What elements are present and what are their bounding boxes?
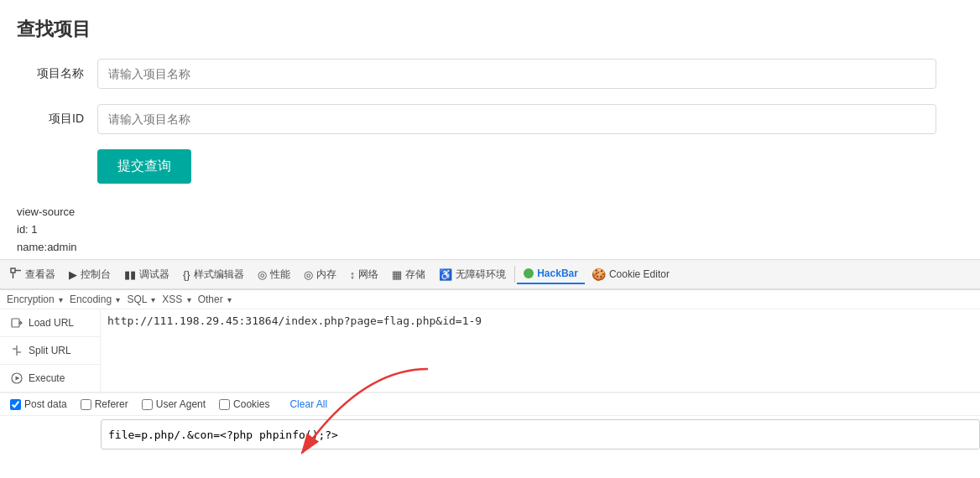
console-label: 控制台 [81, 268, 111, 282]
source-line1: view-source [17, 204, 963, 221]
hackbar-xss[interactable]: XSS ▾ [162, 294, 190, 305]
toolbar-divider [514, 266, 515, 283]
page-title: 查找项目 [17, 17, 946, 42]
style-editor-icon: {} [183, 268, 190, 281]
hackbar-dot [524, 268, 534, 278]
encryption-arrow: ▾ [59, 295, 63, 304]
encoding-arrow: ▾ [116, 295, 120, 304]
console-icon: ▶ [69, 268, 77, 281]
post-data-label: Post data [24, 398, 67, 410]
hackbar-sql[interactable]: SQL ▾ [127, 294, 155, 305]
devtools-console[interactable]: ▶ 控制台 [62, 264, 117, 285]
form-area: 查找项目 项目名称 项目ID 提交查询 [0, 0, 980, 200]
debugger-icon: ▮▮ [124, 268, 136, 281]
submit-button[interactable]: 提交查询 [97, 149, 191, 184]
execute-icon [10, 371, 23, 385]
referer-label: Referer [95, 398, 128, 410]
storage-label: 存储 [405, 268, 425, 282]
id-label: 项目ID [17, 112, 84, 127]
load-url-icon [10, 316, 23, 330]
svg-rect-3 [12, 319, 19, 327]
cookie-icon: 🍪 [592, 268, 606, 281]
style-editor-label: 样式编辑器 [194, 268, 244, 282]
accessibility-label: 无障碍环境 [456, 268, 506, 282]
devtools-style-editor[interactable]: {} 样式编辑器 [176, 264, 251, 285]
hackbar-post-row: Post data Referer User Agent Cookies Cle… [0, 392, 980, 455]
split-url-icon [10, 344, 23, 357]
source-line3: name:admin [17, 239, 963, 257]
devtools-memory[interactable]: ◎ 内存 [297, 264, 343, 285]
hackbar-tab[interactable]: HackBar [517, 264, 585, 284]
cookie-editor-label: Cookie Editor [609, 268, 670, 280]
post-data-checkbox[interactable] [10, 399, 21, 410]
hackbar-btn-col: Load URL Split URL Execute [0, 309, 101, 392]
performance-label: 性能 [270, 268, 290, 282]
load-url-label: Load URL [29, 317, 74, 329]
referer-checkbox[interactable] [81, 399, 91, 410]
cookies-label: Cookies [233, 398, 269, 410]
cookies-checkbox-label[interactable]: Cookies [219, 398, 269, 410]
devtools-debugger[interactable]: ▮▮ 调试器 [117, 264, 176, 285]
accessibility-icon: ♿ [439, 268, 452, 281]
source-line2: id: 1 [17, 221, 963, 239]
split-url-button[interactable]: Split URL [0, 337, 100, 365]
svg-rect-0 [11, 268, 15, 273]
submit-row: 提交查询 [17, 149, 946, 184]
sql-arrow: ▾ [151, 295, 155, 304]
referer-checkbox-label[interactable]: Referer [81, 398, 128, 410]
devtools-storage[interactable]: ▦ 存储 [385, 264, 432, 285]
id-input[interactable] [97, 104, 936, 134]
devtools-accessibility[interactable]: ♿ 无障碍环境 [432, 264, 513, 285]
network-label: 网络 [358, 268, 378, 282]
cookie-editor-tab[interactable]: 🍪 Cookie Editor [585, 264, 676, 284]
user-agent-checkbox[interactable] [142, 399, 153, 410]
memory-label: 内存 [316, 268, 336, 282]
post-data-input[interactable] [101, 419, 980, 449]
post-data-checkbox-label[interactable]: Post data [10, 398, 67, 410]
devtools-toolbar: 查看器 ▶ 控制台 ▮▮ 调试器 {} 样式编辑器 ◎ 性能 ◎ 内存 ↕ 网络… [0, 259, 980, 289]
split-url-label: Split URL [29, 345, 71, 356]
load-url-button[interactable]: Load URL [0, 309, 100, 337]
devtools-inspector[interactable]: 查看器 [3, 264, 62, 285]
debugger-label: 调试器 [139, 268, 169, 282]
cookies-checkbox[interactable] [219, 399, 230, 410]
clear-all-button[interactable]: Clear All [289, 398, 327, 410]
memory-icon: ◎ [304, 268, 313, 281]
hackbar-url-row: Load URL Split URL Execute [0, 309, 980, 392]
name-label: 项目名称 [17, 66, 84, 81]
user-agent-label: User Agent [156, 398, 206, 410]
devtools-network[interactable]: ↕ 网络 [343, 264, 386, 285]
hackbar-checkboxes: Post data Referer User Agent Cookies Cle… [0, 393, 980, 416]
hackbar-encoding[interactable]: Encoding ▾ [70, 294, 120, 305]
hackbar-url-input-area [101, 309, 980, 392]
hackbar-other[interactable]: Other ▾ [198, 294, 232, 305]
inspector-label: 查看器 [25, 268, 55, 282]
devtools-performance[interactable]: ◎ 性能 [251, 264, 297, 285]
hackbar-panel: Encryption ▾ Encoding ▾ SQL ▾ XSS ▾ Othe… [0, 289, 980, 455]
execute-label: Execute [29, 372, 65, 384]
source-info: view-source id: 1 name:admin [0, 200, 980, 259]
other-arrow: ▾ [227, 295, 232, 304]
inspector-icon [10, 268, 22, 282]
xss-arrow: ▾ [187, 295, 191, 304]
storage-icon: ▦ [392, 268, 402, 281]
hackbar-encryption[interactable]: Encryption ▾ [7, 294, 63, 305]
performance-icon: ◎ [258, 268, 267, 281]
network-icon: ↕ [350, 268, 356, 281]
user-agent-checkbox-label[interactable]: User Agent [142, 398, 206, 410]
id-row: 项目ID [17, 104, 946, 134]
execute-button[interactable]: Execute [0, 365, 100, 392]
hackbar-url-input[interactable] [107, 314, 973, 361]
name-input[interactable] [97, 59, 936, 89]
svg-marker-9 [16, 377, 20, 381]
name-row: 项目名称 [17, 59, 946, 89]
hackbar-label: HackBar [537, 268, 578, 279]
hackbar-sub-toolbar: Encryption ▾ Encoding ▾ SQL ▾ XSS ▾ Othe… [0, 290, 980, 309]
